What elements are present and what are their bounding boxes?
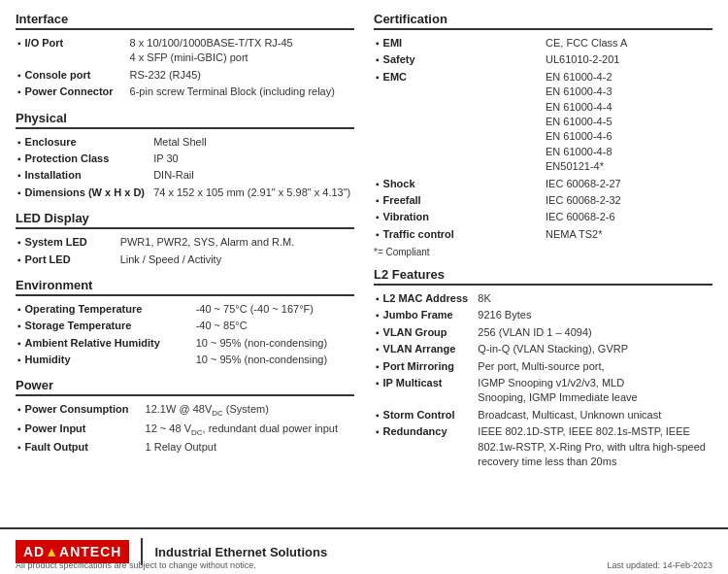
table-row: ▪EMC EN 61000-4-2EN 61000-4-3EN 61000-4-… [374, 69, 712, 176]
table-row: ▪ I/O Port 8 x 10/100/1000BASE-T/TX RJ-4… [16, 35, 354, 67]
value-ip-multicast: IGMP Snooping v1/v2/v3, MLDSnooping, IGM… [476, 375, 712, 407]
table-row: ▪Port Mirroring Per port, Multi-source p… [374, 358, 712, 375]
bullet-icon: ▪ [376, 409, 380, 422]
value-io-port: 8 x 10/100/1000BASE-T/TX RJ-454 x SFP (m… [128, 35, 354, 67]
label-installation: Installation [25, 168, 82, 183]
label-enclosure: Enclosure [25, 135, 77, 150]
section-environment-title: Environment [16, 278, 354, 296]
label-emi: EMI [383, 36, 403, 51]
table-row: ▪VLAN Group 256 (VLAN ID 1 – 4094) [374, 324, 712, 341]
bullet-icon: ▪ [17, 69, 21, 83]
table-row: ▪ Power Connector 6-pin screw Terminal B… [16, 84, 354, 100]
bullet-icon: ▪ [17, 303, 21, 317]
bullet-icon: ▪ [17, 253, 21, 267]
environment-table: ▪Operating Temperature -40 ~ 75°C (-40 ~… [16, 301, 354, 369]
bullet-icon: ▪ [17, 337, 21, 351]
label-vlan-arrange: VLAN Arrange [383, 342, 456, 356]
physical-table: ▪Enclosure Metal Shell ▪Protection Class… [16, 134, 354, 202]
interface-table: ▪ I/O Port 8 x 10/100/1000BASE-T/TX RJ-4… [16, 35, 354, 101]
label-vlan-group: VLAN Group [383, 325, 447, 340]
power-table: ▪Power Consumption 12.1W @ 48VDC (System… [16, 401, 354, 456]
section-led-title: LED Display [16, 211, 354, 229]
table-row: ▪Storage Temperature -40 ~ 85°C [16, 318, 354, 334]
label-traffic-control: Traffic control [383, 227, 454, 242]
value-fault-output: 1 Relay Output [144, 439, 354, 456]
label-protection-class: Protection Class [25, 152, 110, 166]
table-row: ▪VLAN Arrange Q-in-Q (VLAN Stacking), GV… [374, 341, 712, 357]
bullet-icon: ▪ [376, 309, 380, 322]
label-vibration: Vibration [383, 210, 429, 224]
value-emc: EN 61000-4-2EN 61000-4-3EN 61000-4-4EN 6… [544, 69, 712, 176]
value-vlan-group: 256 (VLAN ID 1 – 4094) [476, 324, 712, 341]
logo-van: ▲ [45, 544, 59, 559]
table-row: ▪Power Consumption 12.1W @ 48VDC (System… [16, 401, 354, 420]
value-shock: IEC 60068-2-27 [544, 176, 712, 192]
label-shock: Shock [383, 177, 415, 191]
value-dimensions: 74 x 152 x 105 mm (2.91" x 5.98" x 4.13"… [151, 185, 354, 201]
label-dimensions: Dimensions (W x H x D) [25, 186, 145, 200]
label-console-port: Console port [25, 68, 91, 83]
table-row: ▪Ambient Relative Humidity 10 ~ 95% (non… [16, 335, 354, 352]
bullet-icon: ▪ [376, 37, 380, 51]
section-interface-title: Interface [16, 12, 354, 30]
main-content: Interface ▪ I/O Port 8 x 10/100/1000BASE… [0, 0, 728, 532]
bullet-icon: ▪ [376, 343, 380, 356]
value-installation: DIN-Rail [151, 167, 354, 184]
bullet-icon: ▪ [376, 425, 380, 439]
bullet-icon: ▪ [376, 228, 380, 242]
section-physical-title: Physical [16, 111, 354, 129]
bullet-icon: ▪ [376, 360, 380, 374]
table-row: ▪IP Multicast IGMP Snooping v1/v2/v3, ML… [374, 375, 712, 407]
value-protection-class: IP 30 [151, 151, 354, 167]
bullet-icon: ▪ [376, 194, 380, 208]
value-redundancy: IEEE 802.1D-STP, IEEE 802.1s-MSTP, IEEE8… [476, 423, 712, 470]
value-storage-temp: -40 ~ 85°C [194, 318, 354, 334]
bullet-icon: ▪ [17, 441, 21, 455]
value-system-led: PWR1, PWR2, SYS, Alarm and R.M. [118, 234, 354, 251]
bullet-icon: ▪ [17, 186, 21, 200]
bullet-icon: ▪ [376, 377, 380, 390]
bullet-icon: ▪ [376, 53, 380, 67]
table-row: ▪Operating Temperature -40 ~ 75°C (-40 ~… [16, 301, 354, 318]
label-io-port: I/O Port [25, 36, 64, 51]
bullet-icon: ▪ [17, 403, 21, 417]
value-vibration: IEC 60068-2-6 [544, 209, 712, 225]
value-jumbo-frame: 9216 Bytes [476, 307, 712, 323]
table-row: ▪System LED PWR1, PWR2, SYS, Alarm and R… [16, 234, 354, 251]
bullet-icon: ▪ [17, 320, 21, 333]
value-power-connector: 6-pin screw Terminal Block (including re… [128, 84, 354, 100]
value-power-input: 12 ~ 48 VDC, redundant dual power input [144, 421, 354, 439]
table-row: ▪Dimensions (W x H x D) 74 x 152 x 105 m… [16, 185, 354, 201]
value-freefall: IEC 60068-2-32 [544, 192, 712, 209]
table-row: ▪Fault Output 1 Relay Output [16, 439, 354, 456]
value-port-mirroring: Per port, Multi-source port, [476, 358, 712, 375]
value-storm-control: Broadcast, Multicast, Unknown unicast [476, 407, 712, 423]
certification-table: ▪EMI CE, FCC Class A ▪Safety UL61010-2-2… [374, 35, 712, 243]
l2features-table: ▪L2 MAC Address 8K ▪Jumbo Frame 9216 Byt… [374, 290, 712, 470]
table-row: ▪Enclosure Metal Shell [16, 134, 354, 151]
label-mac-address: L2 MAC Address [383, 291, 469, 306]
bullet-icon: ▪ [17, 85, 21, 99]
label-redundancy: Redundancy [383, 424, 447, 439]
table-row: ▪Shock IEC 60068-2-27 [374, 176, 712, 192]
label-system-led: System LED [25, 235, 87, 250]
footer-tagline: Industrial Ethernet Solutions [154, 545, 327, 559]
table-row: ▪EMI CE, FCC Class A [374, 35, 712, 51]
label-storage-temp: Storage Temperature [25, 319, 132, 333]
bullet-icon: ▪ [17, 152, 21, 166]
bullet-icon: ▪ [376, 326, 380, 340]
bullet-icon: ▪ [376, 211, 380, 224]
value-humidity2: 10 ~ 95% (non-condensing) [194, 352, 354, 368]
value-emi: CE, FCC Class A [544, 35, 712, 51]
table-row: ▪Protection Class IP 30 [16, 151, 354, 167]
label-fault-output: Fault Output [25, 440, 88, 455]
bullet-icon: ▪ [376, 178, 380, 191]
label-jumbo-frame: Jumbo Frame [383, 308, 453, 322]
footer-date: Last updated: 14-Feb-2023 [607, 560, 712, 570]
footer-disclaimer: All product specifications are subject t… [16, 560, 256, 570]
table-row: ▪L2 MAC Address 8K [374, 290, 712, 307]
bullet-icon: ▪ [17, 37, 21, 51]
table-row: ▪Installation DIN-Rail [16, 167, 354, 184]
table-row: ▪Port LED Link / Speed / Activity [16, 252, 354, 268]
table-row: ▪Safety UL61010-2-201 [374, 51, 712, 68]
